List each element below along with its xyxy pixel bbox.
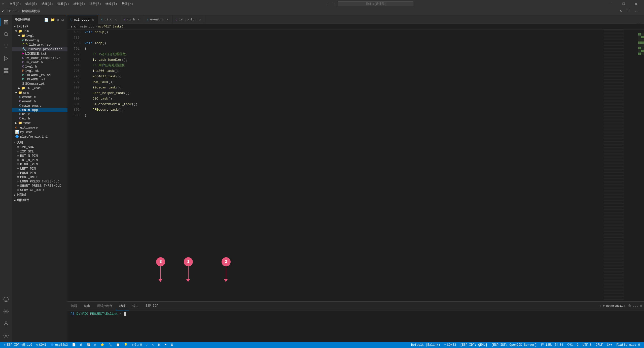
status-monitor[interactable]: 🖥 xyxy=(168,342,175,348)
terminal-type[interactable]: powershell xyxy=(606,304,623,307)
tab-main-cpp[interactable]: C main.cpp ✕ xyxy=(67,15,98,24)
menu-help[interactable]: 帮助(H) xyxy=(120,1,135,7)
tab-ui-h[interactable]: C ui.h ✕ xyxy=(121,15,144,24)
tab-close-button[interactable]: ✕ xyxy=(137,18,141,22)
nav-forward[interactable]: → xyxy=(332,2,336,6)
more-terminal-button[interactable]: ... xyxy=(633,304,638,308)
sidebar-item-my-csv[interactable]: 📊 my.csv xyxy=(12,130,67,134)
status-settings2[interactable]: 🔧 xyxy=(106,342,114,348)
status-esp-idf[interactable]: ⚡ ESP-IDF v5.1.0 xyxy=(2,342,34,348)
menu-file[interactable]: 文件(F) xyxy=(8,1,23,7)
sidebar-item-int-n-pin[interactable]: ≡ INT_N_PIN xyxy=(12,158,67,162)
status-pio[interactable]: Platformio: 0 xyxy=(614,342,642,348)
panel-tab-debug[interactable]: 调试控制台 xyxy=(94,302,116,310)
activity-settings[interactable] xyxy=(0,330,12,342)
sidebar-item-event-h[interactable]: C event.h xyxy=(12,99,67,104)
exlink-section[interactable]: ▼ EXLINK xyxy=(12,24,67,29)
sidebar-item-lvgl-mk[interactable]: M lvgl.mk xyxy=(12,69,67,73)
terminal-dropdown-button[interactable]: ▼ xyxy=(603,304,605,308)
esp-edit-btn[interactable]: ✎ xyxy=(618,9,624,14)
status-esp32s3[interactable]: 🔷 esp32s3 xyxy=(48,342,70,348)
sidebar-item-lv-conf-template[interactable]: C lv_conf_template.h xyxy=(12,56,67,60)
sidebar-item-library-json[interactable]: { } library.json xyxy=(12,43,67,47)
status-lightbulb[interactable]: 💡 xyxy=(122,342,130,348)
sidebar-item-pcnt-unit[interactable]: ≡ PCNT_UNIT xyxy=(12,175,67,179)
status-refresh[interactable]: 🔄 xyxy=(85,342,93,348)
status-clipboard[interactable]: 📋 xyxy=(114,342,122,348)
status-flag[interactable]: ⚑ xyxy=(163,342,168,348)
tab-close-button[interactable]: ✕ xyxy=(114,18,118,22)
sidebar-item-main-cpp[interactable]: C main.cpp xyxy=(12,108,67,112)
sidebar-item-lvgl-h[interactable]: C lvgl.h xyxy=(12,65,67,69)
status-com33[interactable]: ⌨ COM33 xyxy=(442,342,458,348)
activity-esp-idf[interactable] xyxy=(0,305,12,318)
minimize-button[interactable]: — xyxy=(605,0,617,8)
activity-debug[interactable] xyxy=(0,52,12,65)
status-esp-qemu[interactable]: [ESP-IDF: QEMU] xyxy=(458,342,489,348)
sidebar-item-test[interactable]: ▶ 📁 test xyxy=(12,121,67,125)
sidebar-item-lv-conf-h[interactable]: C lv_conf.h xyxy=(12,60,67,65)
code-content[interactable]: void setup() void loop() { // lvgl任务处理函数… xyxy=(83,29,604,301)
sidebar-item-sconscript[interactable]: S SConscript xyxy=(12,82,67,86)
project-components-section[interactable]: ▶ 项目组件 xyxy=(12,198,67,203)
sidebar-item-readme[interactable]: M↓ README.md xyxy=(12,77,67,82)
maximize-button[interactable]: □ xyxy=(618,0,629,8)
sidebar-item-i2c-scl[interactable]: ≡ I2C_SCL xyxy=(12,149,67,154)
sidebar-item-main-png-c[interactable]: C main_png.c xyxy=(12,104,67,108)
sidebar-item-library-properties[interactable]: 🔧 library.properties xyxy=(12,47,67,51)
menu-view[interactable]: 查看(V) xyxy=(55,1,71,7)
tab-event-c[interactable]: C event.c ✕ xyxy=(144,15,173,24)
sidebar-item-event-c[interactable]: C event.c xyxy=(12,95,67,99)
panel-tab-ports[interactable]: 端口 xyxy=(129,302,142,310)
sidebar-item-rst-n-pin[interactable]: ≡ RST_N_PIN xyxy=(12,154,67,158)
sidebar-item-push-pin[interactable]: ≡ PUSH_PIN xyxy=(12,171,67,175)
tab-close-button[interactable]: ✕ xyxy=(165,18,169,22)
title-search[interactable] xyxy=(338,1,413,6)
sidebar-item-long-press[interactable]: ≡ LONG_PRESS_THRESHOLD xyxy=(12,179,67,184)
nav-back[interactable]: ← xyxy=(327,2,330,6)
esp-menu-btn[interactable]: ☰ xyxy=(625,9,631,14)
status-errors[interactable]: ⊕ 0 ⚠ 0 xyxy=(130,342,144,348)
code-editor[interactable]: 698 789 790 791 792 793 794 795 796 797 … xyxy=(67,29,604,301)
tab-lv-conf-h[interactable]: C lv_conf.h ✕ xyxy=(173,15,205,24)
status-language[interactable]: C++ xyxy=(605,342,615,348)
tab-close-button[interactable]: ✕ xyxy=(91,18,95,22)
status-clean[interactable]: 🗑 xyxy=(78,342,85,348)
close-panel-button[interactable]: ✕ xyxy=(640,304,642,308)
sidebar-item-right-pin[interactable]: ≡ RIGHT_PIN xyxy=(12,162,67,167)
activity-extensions[interactable] xyxy=(0,65,12,77)
esp-more-btn[interactable]: ... xyxy=(632,9,642,14)
status-checkmark[interactable]: ✓ xyxy=(144,342,150,348)
breadcrumb-function[interactable]: mcp4017_task() xyxy=(98,25,124,28)
outline-section[interactable]: ▼ 大纲 xyxy=(12,140,67,145)
status-spaces[interactable]: 空格: 2 xyxy=(565,342,581,348)
sidebar-item-readme-zh[interactable]: M↓ README_zh.md xyxy=(12,73,67,77)
status-openocd[interactable]: [ESP-IDF: OpenOCD Server] xyxy=(489,342,539,348)
breadcrumb-file[interactable]: main.cpp xyxy=(80,25,94,28)
sidebar-item-left-pin[interactable]: ≡ LEFT_PIN xyxy=(12,167,67,171)
status-default-exlink[interactable]: Default (Exlink) xyxy=(409,342,442,348)
sidebar-item-licence[interactable]: ⚑ LICENCE.txt xyxy=(12,51,67,56)
activity-account[interactable] xyxy=(0,318,12,330)
refresh-icon[interactable]: ↺ xyxy=(57,17,60,22)
status-delete[interactable]: 🗑 xyxy=(156,342,163,348)
status-upload[interactable]: ▶ xyxy=(93,342,98,348)
collapse-icon[interactable]: ⊟ xyxy=(61,17,64,22)
sidebar-item-lvgl[interactable]: ▼ 📁 lvgl xyxy=(12,34,67,38)
panel-tab-output[interactable]: 输出 xyxy=(81,302,94,310)
status-encoding[interactable]: UTF-8 xyxy=(581,342,594,348)
panel-tab-terminal[interactable]: 终端 xyxy=(116,302,129,310)
sidebar-item-tft-espi[interactable]: ▶ 📁 TFT_eSPI xyxy=(12,86,67,90)
sidebar-item-src[interactable]: ▼ 📁 src xyxy=(12,90,67,95)
sidebar-item-short-press[interactable]: ≡ SHORT_PRESS_THRESHOLD xyxy=(12,184,67,188)
menu-select[interactable]: 选择(S) xyxy=(40,1,55,7)
sidebar-item-lib[interactable]: ▼ 📁 lib xyxy=(12,29,67,34)
status-line-col[interactable]: 行 135, 列 34 xyxy=(539,342,565,348)
status-edit[interactable]: ✎ xyxy=(150,342,156,348)
menu-edit[interactable]: 编辑(E) xyxy=(23,1,39,7)
tab-close-button[interactable]: ✕ xyxy=(198,18,202,22)
menu-goto[interactable]: 转到(G) xyxy=(71,1,87,7)
activity-source-control[interactable] xyxy=(0,40,12,52)
sidebar-item-service-uuid[interactable]: ≡ SERVICE_UUID xyxy=(12,188,67,192)
status-build[interactable]: 📄 xyxy=(70,342,78,348)
